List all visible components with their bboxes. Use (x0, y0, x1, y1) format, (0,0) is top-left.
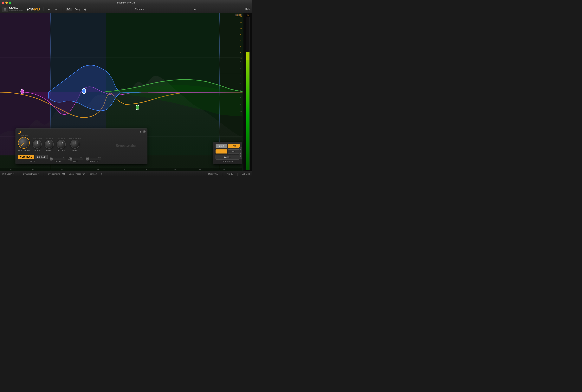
ratio-slider[interactable] (50, 158, 65, 160)
attack-range: 0% 100% (46, 138, 52, 139)
maximize-button[interactable] (9, 2, 11, 4)
lookahead-range: 0 ms20 ms (86, 156, 101, 158)
db-label: -3 (240, 40, 242, 42)
attack-knob[interactable] (45, 140, 54, 149)
mode-section: COMPRESS EXPAND MODE (18, 153, 48, 162)
free-button[interactable]: Free (228, 144, 240, 148)
db-label: -9 (240, 52, 242, 54)
ratio-thumb[interactable] (50, 158, 52, 160)
release-group: 0% 100% RELEASE (57, 138, 66, 151)
oversampling-label: Oversampling: (48, 173, 60, 175)
freq-label-100: 100 (31, 169, 34, 170)
window-controls[interactable] (2, 2, 11, 4)
oversampling-value: Off (62, 173, 65, 175)
sidechain-panel: Band Free In Ext Audition SIDE CHAIN EXP… (213, 142, 242, 164)
db-label: +6 (240, 22, 242, 24)
oversampling-item[interactable]: Oversampling: Off (48, 173, 65, 175)
release-label: RELEASE (57, 150, 66, 151)
lookahead-slider[interactable] (86, 158, 101, 160)
db-label: -6 (240, 46, 242, 48)
db-label-low: -40 (239, 68, 242, 70)
level-meter: -2.2 (243, 13, 252, 171)
range-label: RANGE (34, 150, 41, 151)
freq-label-10k: 10k (198, 169, 201, 170)
range-indicator (37, 141, 38, 144)
db-label-low: -20 (239, 61, 242, 62)
output-group: M -30 dB +30 dB S OUTPUT (69, 138, 81, 151)
display-area[interactable]: -2.2 +9 +6 +3 0 -3 -6 -9 -12 -20 -40 -50… (0, 13, 252, 171)
ab-button[interactable]: A/B (66, 8, 71, 11)
meter-green-fill (246, 60, 249, 170)
undo-button[interactable]: ↩ (47, 7, 52, 12)
in-level-item[interactable]: In: 0 dB (226, 173, 233, 175)
close-button[interactable] (2, 2, 4, 4)
lookahead-thumb[interactable] (86, 158, 89, 160)
panel-dropdown[interactable]: ▼ (139, 130, 142, 133)
dynamic-phase-item[interactable]: Dynamic Phase ▼ (23, 173, 39, 175)
freq-label-1k: 1k (123, 169, 125, 170)
separator: | (18, 172, 19, 176)
compress-button[interactable]: COMPRESS (18, 155, 34, 159)
dynamic-phase-arrow: ▼ (38, 173, 39, 175)
copy-button[interactable]: Copy (75, 8, 80, 11)
band-button[interactable]: Band (216, 144, 227, 148)
attack-group: 0% 100% ATTACK (45, 138, 54, 151)
toolbar: fabfilter software instruments Pro•MB ↩ … (0, 6, 252, 13)
mix-label: Mix: 100 % (208, 173, 218, 175)
dynamic-phase-label: Dynamic Phase (23, 173, 37, 175)
prepost-item[interactable]: Pre+Post (89, 173, 97, 175)
midi-learn-arrow: ▼ (13, 173, 14, 175)
range-range: -30 dB +30 dB (33, 138, 42, 139)
db-label: +3 (240, 28, 242, 30)
settings-icon: ⚙ (101, 173, 103, 175)
threshold-knob[interactable] (18, 137, 30, 149)
fab-icon (2, 6, 8, 12)
output-knob[interactable] (70, 140, 79, 149)
release-knob[interactable] (57, 140, 66, 149)
db-label-low: -60 (239, 82, 242, 84)
control-panel: ⏻ × ▼ -90 dB 0 dB THRESHOLD (15, 128, 147, 164)
pro-mb-logo: Pro•MB (27, 7, 40, 12)
freq-label-50: 50 (10, 169, 11, 170)
db-label-low: -50 (239, 75, 242, 77)
ext-button[interactable]: Ext (228, 150, 240, 154)
mix-item[interactable]: Mix: 100 % (208, 173, 218, 175)
range-knob[interactable] (33, 140, 42, 149)
expand-button[interactable]: EXPAND (35, 155, 48, 159)
separator2 (62, 7, 62, 11)
prev-preset-button[interactable]: ◀ (82, 7, 87, 12)
midi-learn-item[interactable]: MIDI Learn ▼ (2, 173, 14, 175)
mode-label: MODE (18, 160, 48, 162)
out-level-item[interactable]: Out: 0 dB (242, 173, 250, 175)
meter-yellow-fill (246, 52, 249, 60)
midi-learn-label: MIDI Learn (2, 173, 12, 175)
settings-item[interactable]: ⚙ (101, 173, 103, 175)
in-button[interactable]: In (216, 150, 227, 154)
linear-phase-item[interactable]: Linear Phase: On (69, 173, 85, 175)
db-label-low: -80 (239, 97, 242, 98)
next-preset-button[interactable]: ▶ (192, 7, 197, 12)
lookahead-group: 0 ms20 ms LOOKAHEAD (86, 156, 101, 162)
panel-close-button[interactable]: × (143, 130, 146, 133)
knee-range: HARDSOFT (68, 156, 83, 158)
threshold-indicator (21, 143, 24, 146)
redo-button[interactable]: ↪ (54, 7, 58, 12)
audition-button[interactable]: Audition (216, 155, 240, 160)
output-range: M -30 dB +30 dB S (69, 138, 81, 139)
help-button[interactable]: Help (245, 8, 250, 11)
meter-top-value: -2.2 (246, 14, 249, 16)
knee-thumb[interactable] (70, 158, 72, 160)
threshold-label: THRESHOLD (18, 150, 30, 151)
enhance-label: Enhance (135, 8, 144, 11)
freq-label-5k: 5k (174, 169, 176, 170)
ratio-group: 1:100:1 RATIO (50, 156, 65, 162)
minimize-button[interactable] (5, 2, 8, 4)
ratio-range: 1:100:1 (50, 156, 65, 158)
knobs-row: -90 dB 0 dB THRESHOLD -30 dB +30 dB (18, 132, 145, 151)
db-range-badge[interactable]: 12 dB (235, 14, 242, 16)
freq-label-200: 200 (60, 169, 63, 170)
knee-slider[interactable] (68, 158, 83, 160)
db-label-low: -100 (239, 111, 242, 113)
expert-tab[interactable]: EXPERT (239, 147, 242, 159)
power-button[interactable]: ⏻ (18, 130, 21, 134)
